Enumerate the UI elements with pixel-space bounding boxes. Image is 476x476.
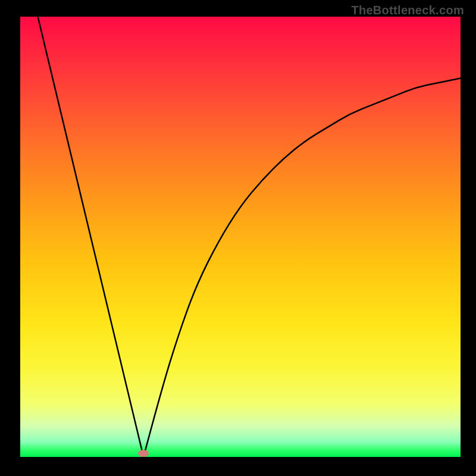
chart-frame: TheBottleneck.com [0,0,476,476]
watermark-text: TheBottleneck.com [351,4,464,17]
bottleneck-curve [20,17,461,457]
plot-area [20,17,461,457]
optimum-marker [138,450,149,457]
